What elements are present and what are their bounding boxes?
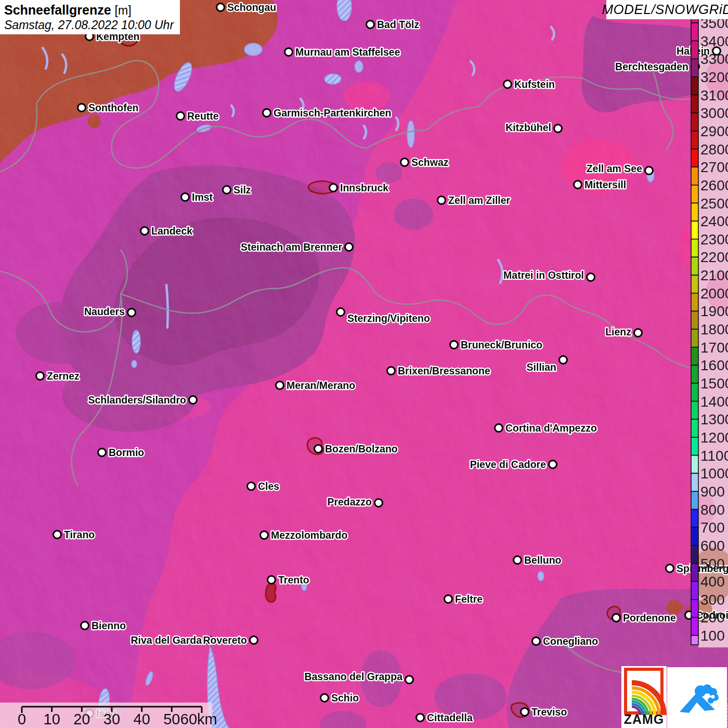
city-label: Reutte (187, 110, 219, 122)
legend-segment (691, 257, 698, 275)
city-dot (645, 167, 653, 175)
city-dot (532, 638, 540, 645)
city-dot (554, 125, 562, 133)
city-label: Nauders (84, 306, 125, 317)
legend-segment (691, 617, 698, 635)
city-label: Trento (278, 574, 309, 586)
city-dot (445, 595, 452, 603)
city-dot (560, 356, 567, 364)
legend-segment (691, 311, 698, 329)
city-label: Zernez (47, 370, 80, 382)
city-marker: Schlanders/Silandro (88, 394, 197, 406)
city-marker: Murnau am Staffelsee (285, 46, 400, 58)
city-dot (549, 461, 557, 469)
legend-tick-label: 400 (700, 574, 725, 590)
legend-segment (691, 203, 698, 222)
city-label: Predazzo (327, 496, 372, 508)
city-marker: Berchtesgaden (615, 61, 699, 72)
city-label: Matrei in Osttirol (503, 269, 584, 281)
city-dot (78, 104, 86, 112)
city-marker: Cortina d'Ampezzo (495, 422, 597, 434)
city-label: Meran/Merano (287, 380, 355, 391)
city-dot (36, 372, 44, 380)
legend-segment (691, 113, 698, 131)
city-marker: Meran/Merano (276, 380, 356, 391)
city-marker: Mezzolombardo (261, 529, 348, 541)
city-marker: Bozen/Bolzano (315, 443, 398, 454)
city-marker: Trento (268, 574, 309, 586)
city-label: Sillian (527, 361, 556, 373)
legend-segment (691, 275, 698, 293)
legend-segment (691, 23, 698, 41)
city-dot (514, 556, 522, 564)
city-label: Steinach am Brenner (241, 241, 342, 253)
legend-segment (691, 365, 698, 383)
city-dot (574, 181, 582, 189)
city-label: Cortina d'Ampezzo (505, 422, 597, 434)
scale-label: 10 (44, 711, 60, 728)
title-text: Schneefallgrenze (4, 3, 111, 17)
city-dot (406, 676, 413, 684)
legend-segment (691, 437, 698, 456)
legend-tick-label: 1700 (700, 340, 728, 356)
city-label: Mezzolombardo (271, 529, 347, 541)
legend-tick-label: 1200 (700, 430, 728, 446)
city-label: Schongau (227, 2, 276, 13)
legend-segment (691, 383, 698, 401)
city-dot (367, 21, 374, 29)
legend-tick-label: 300 (700, 592, 725, 608)
model-label: MODEL/SNOWGRiD (602, 2, 728, 18)
legend-tick-label: 1900 (700, 303, 728, 319)
legend-tick-label: 1600 (700, 357, 728, 373)
snowgrid-logo (667, 667, 727, 728)
legend-tick-label: 2200 (700, 249, 728, 265)
city-dot (250, 636, 258, 644)
city-marker: Garmisch-Partenkirchen (263, 107, 392, 119)
city-label: Bienno (92, 620, 126, 631)
city-dot (345, 243, 353, 251)
city-dot (261, 531, 268, 539)
city-label: Lienz (605, 326, 631, 337)
page-title: Schneefallgrenze [m] (4, 3, 175, 18)
city-marker: Imst (181, 191, 213, 203)
legend-segment (691, 239, 698, 257)
legend-segment (691, 600, 698, 618)
city-marker: Bruneck/Brunico (450, 339, 543, 350)
city-label: Landeck (151, 225, 192, 237)
snowgrid-map-product: SchongauBad TölzKemptenMurnau am Staffel… (0, 0, 728, 728)
city-label: Kitzbühel (505, 122, 551, 133)
legend-tick-label: 1000 (700, 465, 728, 482)
city-label: Treviso (531, 706, 567, 718)
legend-tick-label: 500 (700, 556, 725, 572)
city-label: Pordenone (623, 612, 676, 623)
city-marker: Riva del Garda (131, 634, 212, 646)
city-dot (81, 622, 89, 630)
city-dot (141, 227, 149, 235)
legend-segment (691, 41, 698, 59)
city-label: Feltre (455, 593, 483, 605)
city-dot (54, 531, 61, 539)
city-marker: Zell am Ziller (438, 194, 511, 206)
city-dot (375, 499, 383, 507)
city-dot (285, 48, 293, 56)
city-label: Zell am Ziller (448, 194, 511, 206)
legend-tick-label: 1500 (700, 375, 728, 392)
legend-segment (691, 347, 698, 366)
city-label: Mittersill (584, 179, 626, 190)
zamg-rainbow-icon (621, 666, 667, 715)
zamg-logo-text: ZAMG (621, 712, 667, 727)
city-label: Schlanders/Silandro (88, 394, 186, 406)
city-label: Belluno (524, 554, 562, 566)
scale-bar: 0102030405060km (0, 703, 212, 728)
legend-tick-label: 2400 (700, 213, 728, 229)
city-dot (634, 329, 642, 337)
city-dot (330, 184, 337, 192)
model-label-box: MODEL/SNOWGRiD (606, 0, 728, 19)
city-dot (189, 396, 197, 404)
legend-segment (691, 401, 698, 420)
legend-tick-label: 900 (700, 484, 725, 500)
legend-segment (691, 564, 698, 582)
mountain-cloud-icon (667, 667, 727, 728)
city-label: Berchtesgaden (615, 61, 688, 72)
zamg-logo: ZAMG (621, 666, 667, 728)
